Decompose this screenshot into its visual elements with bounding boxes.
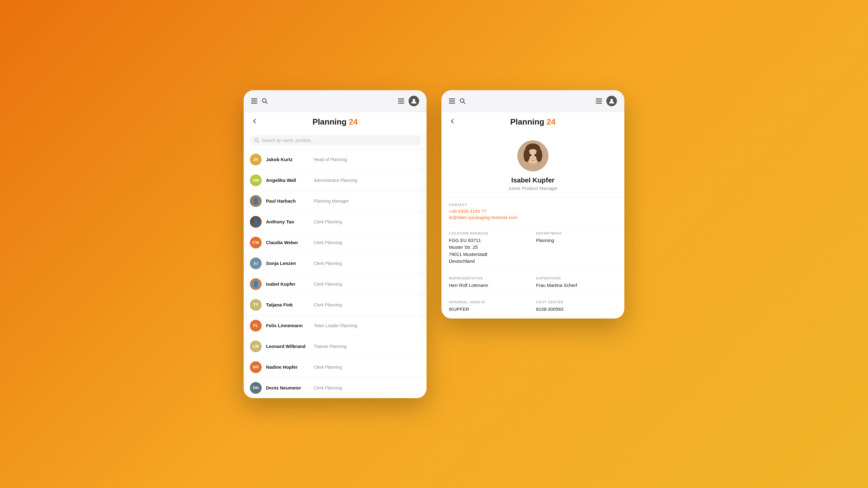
person-name: Nadine Hopfer xyxy=(266,364,309,370)
person-name: Sonja Lenzen xyxy=(266,261,309,266)
person-role: Trainee Planning xyxy=(314,344,346,349)
search-input[interactable]: Search by name, position, ... xyxy=(261,138,316,143)
cost-center-label: COST CENTER xyxy=(536,300,617,304)
svg-point-23 xyxy=(524,149,530,162)
search-input-wrapper[interactable]: Search by name, position, ... xyxy=(250,135,421,145)
detail-title-bar: Planning 24 xyxy=(441,112,624,132)
representative-label: REPRESENTATIVE xyxy=(449,276,530,280)
detail-user-avatar[interactable] xyxy=(607,96,617,106)
person-name: Anthony Tao xyxy=(266,219,309,224)
svg-rect-1 xyxy=(251,100,257,101)
person-name: Tatjana Fink xyxy=(266,302,309,307)
person-role: Clerk Planning xyxy=(314,219,342,224)
svg-point-24 xyxy=(536,149,542,162)
list-item[interactable]: JK Jakob Kurtz Head of Planning xyxy=(244,149,427,170)
list-item[interactable]: TF Tatjana Fink Clerk Planning xyxy=(244,295,427,316)
avatar: CW xyxy=(250,237,261,249)
person-role: Clerk Planning xyxy=(314,302,342,307)
person-role: Administrator Planning xyxy=(314,178,358,183)
location-value: FGG EU 83711 Muster Str. 25 79011 Muster… xyxy=(449,237,530,265)
list-top-bar xyxy=(244,90,427,112)
list-item[interactable]: AW Angelika Wall Administrator Planning xyxy=(244,170,427,191)
rep-supervisor-section: REPRESENTATIVE Herr Rolf Lottmann SUPERV… xyxy=(441,271,624,295)
detail-menu-icon[interactable] xyxy=(449,99,455,103)
detail-search-icon[interactable] xyxy=(459,98,466,104)
department-col: DEPARTMENT Planning xyxy=(536,231,617,265)
detail-screen: Planning 24 xyxy=(441,90,624,319)
supervisor-value: Frau Martina Scherf xyxy=(536,282,617,289)
svg-rect-13 xyxy=(449,103,455,103)
detail-title-count: 24 xyxy=(547,117,556,126)
person-name: Angelika Wall xyxy=(266,177,309,183)
detail-title: Planning 24 xyxy=(510,117,556,127)
cost-center-value: 8158-300583 xyxy=(536,306,617,313)
svg-rect-2 xyxy=(251,103,257,103)
list-item[interactable]: DN Denis Neumeier Clerk Planning xyxy=(244,378,427,398)
location-label: LOCATION ADDRESS xyxy=(449,231,530,235)
svg-rect-18 xyxy=(596,103,602,103)
top-bar-left xyxy=(251,98,268,104)
svg-rect-5 xyxy=(398,99,404,99)
detail-top-bar-left xyxy=(449,98,466,104)
svg-rect-12 xyxy=(449,100,455,101)
detail-content: Isabel Kupfer Junior Product Manager CON… xyxy=(441,132,624,319)
person-role: Clerk Planning xyxy=(314,365,342,370)
detail-back-button[interactable] xyxy=(449,118,456,126)
supervisor-col: SUPERVISOR Frau Martina Scherf xyxy=(536,276,617,289)
list-item[interactable]: 👤 Paul Harbach Planning Manager xyxy=(244,191,427,212)
list-item[interactable]: NH Nadine Hopfer Clerk Planning xyxy=(244,357,427,378)
location-col: LOCATION ADDRESS FGG EU 83711 Muster Str… xyxy=(449,231,530,265)
contact-phone[interactable]: +49 8358 3193 77 xyxy=(449,208,617,214)
list-item[interactable]: 👤 Anthony Tao Clerk Planning xyxy=(244,212,427,232)
avatar: TF xyxy=(250,299,261,311)
person-name: Denis Neumeier xyxy=(266,385,309,390)
avatar: AW xyxy=(250,174,261,186)
svg-rect-17 xyxy=(596,100,602,101)
menu-icon[interactable] xyxy=(251,99,257,103)
person-name: Felix Linnemann xyxy=(266,323,309,328)
svg-point-25 xyxy=(529,154,531,156)
person-name: Isabel Kupfer xyxy=(266,281,309,287)
avatar: 👤 xyxy=(250,278,261,290)
list-item[interactable]: CW Claudia Weber Clerk Planning xyxy=(244,232,427,253)
person-role: Clerk Planning xyxy=(314,240,342,245)
back-button[interactable] xyxy=(251,118,258,126)
avatar: NH xyxy=(250,361,261,373)
contact-section: CONTACT +49 8358 3193 77 ik@faller-packa… xyxy=(441,197,624,226)
svg-rect-7 xyxy=(398,103,404,103)
person-role: Clerk Planning xyxy=(314,261,342,266)
department-value: Planning xyxy=(536,237,617,244)
list-screen: Planning 24 Search by name, position, ..… xyxy=(244,90,427,398)
supervisor-label: SUPERVISOR xyxy=(536,276,617,280)
list-title-text: Planning xyxy=(312,117,347,126)
detail-top-bar xyxy=(441,90,624,112)
svg-point-19 xyxy=(610,99,613,101)
list-item[interactable]: LW Leonard Wilbrand Trainee Planning xyxy=(244,336,427,357)
person-role: Clerk Planning xyxy=(314,385,342,390)
detail-menu-dots-icon[interactable] xyxy=(596,99,602,103)
list-title-count: 24 xyxy=(349,117,358,126)
search-icon[interactable] xyxy=(261,98,268,104)
svg-rect-0 xyxy=(251,99,257,99)
internal-id-value: IKUPFER xyxy=(449,306,530,313)
svg-rect-11 xyxy=(449,99,455,99)
list-item[interactable]: SJ Sonja Lenzen Clerk Planning xyxy=(244,253,427,274)
profile-photo xyxy=(517,140,548,171)
list-item[interactable]: FL Felix Linnemann Team Leader Planning xyxy=(244,316,427,336)
svg-line-4 xyxy=(266,102,267,103)
department-label: DEPARTMENT xyxy=(536,231,617,235)
list-item[interactable]: 👤 Isabel Kupfer Clerk Planning xyxy=(244,274,427,295)
user-avatar[interactable] xyxy=(409,96,419,106)
menu-dots-icon[interactable] xyxy=(398,99,404,103)
detail-title-text: Planning xyxy=(510,117,545,126)
avatar: 👤 xyxy=(250,216,261,228)
profile-job-title: Junior Product Manager xyxy=(508,186,558,191)
internal-id-col: INTERNAL USER-ID IKUPFER xyxy=(449,300,530,313)
list-title-bar: Planning 24 xyxy=(244,112,427,132)
representative-value: Herr Rolf Lottmann xyxy=(449,282,530,289)
svg-rect-16 xyxy=(596,99,602,99)
people-list: JK Jakob Kurtz Head of Planning AW Angel… xyxy=(244,149,427,398)
representative-col: REPRESENTATIVE Herr Rolf Lottmann xyxy=(449,276,530,289)
contact-email[interactable]: ik@faller-packaging-testmail.com xyxy=(449,215,617,220)
person-name: Claudia Weber xyxy=(266,240,309,245)
